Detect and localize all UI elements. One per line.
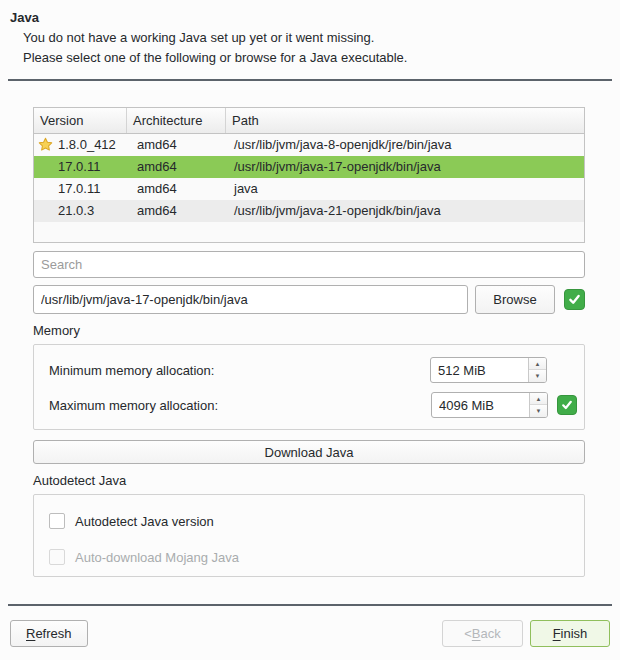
spin-up-icon[interactable]: ▲	[529, 358, 546, 370]
min-memory-row: Minimum memory allocation: ▲ ▼	[49, 357, 577, 383]
memory-group-label: Memory	[33, 323, 585, 339]
finish-label-rest: inish	[561, 626, 588, 641]
cell-architecture: amd64	[127, 178, 226, 200]
star-icon	[38, 137, 53, 156]
autodetect-group-label: Autodetect Java	[33, 473, 585, 489]
subtitle-line-1: You do not have a working Java set up ye…	[23, 29, 620, 46]
refresh-button[interactable]: Refresh	[10, 620, 88, 647]
max-memory-row: Maximum memory allocation: ▲ ▼	[49, 392, 577, 418]
autodetect-version-checkbox[interactable]	[49, 513, 65, 529]
column-header-path[interactable]: Path	[226, 108, 584, 133]
auto-download-mojang-checkbox[interactable]	[49, 549, 65, 565]
finish-button[interactable]: Finish	[530, 620, 610, 647]
cell-architecture: amd64	[127, 134, 226, 156]
search-input[interactable]	[33, 251, 585, 278]
spin-down-icon[interactable]: ▼	[530, 405, 547, 417]
checkmark-icon	[568, 293, 581, 306]
version-text: 17.0.11	[58, 181, 100, 196]
min-memory-spinbox[interactable]: ▲ ▼	[430, 357, 547, 383]
page-title: Java	[10, 9, 620, 26]
back-button[interactable]: < Back	[442, 620, 523, 647]
version-text: 17.0.11	[58, 159, 100, 174]
table-row[interactable]: 21.0.3 amd64 /usr/lib/jvm/java-21-openjd…	[34, 200, 584, 222]
java-path-input[interactable]	[33, 285, 468, 314]
version-text: 21.0.3	[58, 203, 94, 218]
max-memory-valid-checkbox[interactable]	[557, 395, 577, 415]
cell-architecture: amd64	[127, 200, 226, 222]
wizard-footer: Refresh < Back Finish	[10, 620, 610, 647]
autodetect-group-box: Autodetect Java version Auto-download Mo…	[33, 494, 585, 577]
back-prefix: <	[464, 626, 472, 641]
subtitle-line-2: Please select one of the following or br…	[23, 49, 620, 66]
autodetect-version-row: Autodetect Java version	[49, 512, 584, 530]
back-mnemonic: B	[472, 626, 481, 641]
cell-version: 17.0.11	[34, 178, 127, 200]
version-text: 1.8.0_412	[58, 137, 116, 152]
cell-architecture: amd64	[127, 156, 226, 178]
browse-button[interactable]: Browse	[475, 285, 555, 314]
java-version-table: Version Architecture Path 1.8.0_412 amd6…	[33, 107, 585, 243]
spin-arrows: ▲ ▼	[528, 358, 546, 382]
column-header-version[interactable]: Version	[34, 108, 127, 133]
java-path-valid-checkbox[interactable]	[564, 289, 585, 310]
min-memory-label: Minimum memory allocation:	[49, 363, 430, 378]
checkmark-icon	[561, 399, 573, 411]
max-memory-label: Maximum memory allocation:	[49, 398, 431, 413]
table-row[interactable]: 1.8.0_412 amd64 /usr/lib/jvm/java-8-open…	[34, 134, 584, 156]
wizard-content: Version Architecture Path 1.8.0_412 amd6…	[33, 107, 585, 577]
auto-download-mojang-row: Auto-download Mojang Java	[49, 548, 584, 566]
max-memory-spinbox[interactable]: ▲ ▼	[431, 392, 548, 418]
footer-divider	[8, 604, 612, 606]
spin-arrows: ▲ ▼	[529, 393, 547, 417]
finish-mnemonic: F	[553, 626, 561, 641]
table-header-row: Version Architecture Path	[34, 108, 584, 134]
refresh-mnemonic: R	[26, 626, 35, 641]
memory-group-box: Minimum memory allocation: ▲ ▼ Maximum m…	[33, 344, 585, 430]
cell-version: 17.0.11	[34, 156, 127, 178]
back-label-rest: ack	[481, 626, 501, 641]
cell-path: /usr/lib/jvm/java-8-openjdk/jre/bin/java	[226, 134, 584, 156]
refresh-label-rest: efresh	[35, 626, 71, 641]
cell-version: 1.8.0_412	[34, 134, 127, 156]
cell-path: java	[226, 178, 584, 200]
max-memory-value[interactable]	[432, 393, 529, 417]
autodetect-version-label: Autodetect Java version	[75, 514, 214, 529]
cell-version: 21.0.3	[34, 200, 127, 222]
auto-download-mojang-label: Auto-download Mojang Java	[75, 550, 239, 565]
spin-down-icon[interactable]: ▼	[529, 370, 546, 382]
table-row[interactable]: 17.0.11 amd64 java	[34, 178, 584, 200]
table-row-selected[interactable]: 17.0.11 amd64 /usr/lib/jvm/java-17-openj…	[34, 156, 584, 178]
cell-path: /usr/lib/jvm/java-21-openjdk/bin/java	[226, 200, 584, 222]
spin-up-icon[interactable]: ▲	[530, 393, 547, 405]
download-java-button[interactable]: Download Java	[33, 440, 585, 464]
min-memory-value[interactable]	[431, 358, 528, 382]
header-divider	[8, 79, 612, 81]
cell-path: /usr/lib/jvm/java-17-openjdk/bin/java	[226, 156, 584, 178]
java-path-row: Browse	[33, 285, 585, 314]
column-header-architecture[interactable]: Architecture	[127, 108, 226, 133]
